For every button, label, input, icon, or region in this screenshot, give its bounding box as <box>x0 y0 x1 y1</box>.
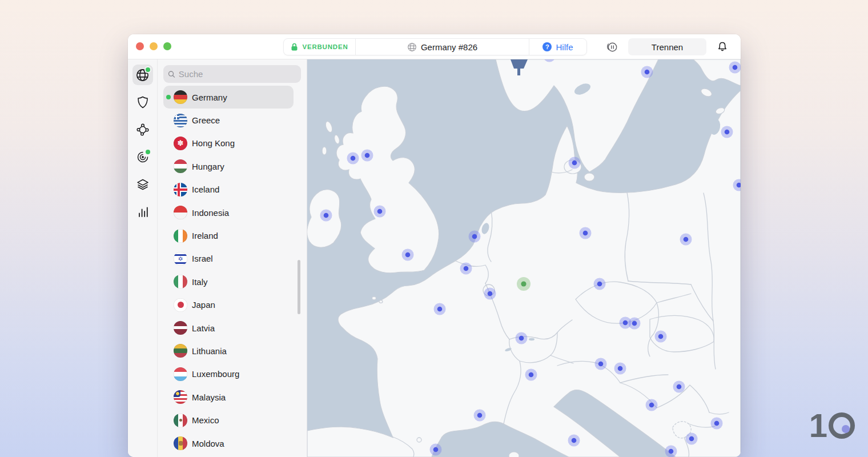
map-marker[interactable] <box>618 366 623 371</box>
watermark-ring-icon <box>829 412 855 439</box>
watermark-dot-icon <box>842 425 850 433</box>
country-item-mexico[interactable]: Mexico <box>163 408 294 431</box>
map-marker[interactable] <box>669 449 674 454</box>
map-marker[interactable] <box>324 213 329 218</box>
country-flag-icon <box>174 436 187 450</box>
search-input[interactable] <box>179 69 296 79</box>
map-marker[interactable] <box>377 209 383 214</box>
country-item-iceland[interactable]: Iceland <box>163 178 294 201</box>
country-label: Malaysia <box>192 392 226 402</box>
connection-status-label: VERBUNDEN <box>302 43 348 50</box>
country-flag-icon <box>174 367 187 381</box>
country-item-hong-kong[interactable]: Hong Kong <box>163 132 294 155</box>
map-marker[interactable] <box>645 70 650 75</box>
sidebar-item-speedometer[interactable] <box>132 147 153 167</box>
country-item-latvia[interactable]: Latvia <box>163 316 294 339</box>
map-marker[interactable] <box>437 307 443 312</box>
map-area <box>307 59 741 457</box>
minimize-window-icon[interactable] <box>150 42 158 50</box>
map-marker[interactable] <box>433 447 439 452</box>
sidebar-item-layers[interactable] <box>132 174 153 195</box>
close-window-icon[interactable] <box>136 42 144 50</box>
country-label: Israel <box>192 254 213 263</box>
map-marker[interactable] <box>472 234 477 239</box>
map-marker[interactable] <box>529 372 534 378</box>
map-marker[interactable] <box>733 65 738 70</box>
map-marker[interactable] <box>488 291 493 296</box>
map-marker[interactable] <box>714 421 720 426</box>
map-marker[interactable] <box>572 161 577 166</box>
sidebar-item-mesh-network[interactable] <box>132 119 153 140</box>
country-item-italy[interactable]: Italy <box>163 270 294 293</box>
country-flag-icon <box>174 229 187 243</box>
map-marker[interactable] <box>598 362 604 367</box>
country-item-indonesia[interactable]: Indonesia <box>163 201 294 224</box>
country-flag-icon <box>174 414 187 427</box>
shield-icon <box>135 95 150 110</box>
country-flag-icon <box>174 90 187 104</box>
disconnect-button[interactable]: Trennen <box>628 38 706 55</box>
map-marker[interactable] <box>351 156 356 161</box>
map-marker[interactable] <box>649 403 654 408</box>
country-panel: Germany Greece Hong Kong Hungary Iceland… <box>158 59 307 457</box>
country-flag-icon <box>174 275 187 288</box>
country-item-germany[interactable]: Germany <box>163 86 294 109</box>
list-scrollbar[interactable] <box>298 260 300 314</box>
country-label: Indonesia <box>192 208 229 218</box>
map-marker[interactable] <box>623 320 628 326</box>
country-item-lithuania[interactable]: Lithuania <box>163 339 294 362</box>
pause-connection-button[interactable] <box>605 40 618 54</box>
country-flag-icon <box>174 298 187 312</box>
country-item-moldova[interactable]: Moldova <box>163 432 294 455</box>
map-marker[interactable] <box>464 266 469 271</box>
country-item-israel[interactable]: Israel <box>163 247 294 270</box>
country-item-greece[interactable]: Greece <box>163 109 294 131</box>
map-marker[interactable] <box>583 231 588 236</box>
country-item-hungary[interactable]: Hungary <box>163 155 294 178</box>
mesh-network-icon <box>135 122 150 137</box>
notifications-button[interactable] <box>716 40 729 54</box>
country-list: Germany Greece Hong Kong Hungary Iceland… <box>158 86 307 455</box>
map-marker[interactable] <box>677 384 682 390</box>
country-item-luxembourg[interactable]: Luxembourg <box>163 363 294 386</box>
sidebar-item-statistics[interactable] <box>132 202 153 222</box>
search-box[interactable] <box>163 65 301 83</box>
map-marker[interactable] <box>689 436 694 442</box>
map-marker[interactable] <box>572 438 577 443</box>
country-label: Greece <box>192 115 220 125</box>
map-marker[interactable] <box>597 282 602 287</box>
icon-sidebar <box>128 59 158 457</box>
map-marker[interactable] <box>477 413 483 418</box>
server-label: Germany #826 <box>421 42 477 52</box>
country-label: Mexico <box>192 415 219 425</box>
map-marker[interactable] <box>684 237 689 242</box>
help-button[interactable]: ? Hilfe <box>529 39 586 55</box>
map-marker[interactable] <box>519 336 524 341</box>
country-flag-icon <box>174 321 187 335</box>
map-marker[interactable] <box>632 321 637 326</box>
connection-status: VERBUNDEN <box>284 39 356 55</box>
map-marker[interactable] <box>365 153 370 158</box>
country-item-ireland[interactable]: Ireland <box>163 224 294 247</box>
country-flag-icon <box>174 183 187 197</box>
traffic-lights <box>136 42 171 50</box>
sidebar-item-shield[interactable] <box>132 92 153 113</box>
current-server[interactable]: Germany #826 <box>356 39 529 55</box>
brand-watermark: 1 <box>809 410 855 441</box>
zoom-window-icon[interactable] <box>163 42 171 50</box>
country-item-japan[interactable]: Japan <box>163 294 294 316</box>
search-icon <box>168 70 175 78</box>
sidebar-item-globe[interactable] <box>132 65 153 85</box>
country-label: Moldova <box>192 439 224 448</box>
map-marker-connected[interactable] <box>521 281 526 286</box>
country-flag-icon <box>174 137 187 150</box>
country-label: Hungary <box>192 162 224 171</box>
map-marker[interactable] <box>658 334 664 339</box>
country-item-malaysia[interactable]: Malaysia <box>163 386 294 408</box>
map-marker[interactable] <box>405 252 411 258</box>
map-marker[interactable] <box>725 130 730 135</box>
country-label: Luxembourg <box>192 369 239 379</box>
watermark-digit: 1 <box>809 410 826 441</box>
statistics-icon <box>135 205 150 219</box>
europe-map[interactable] <box>307 59 741 457</box>
